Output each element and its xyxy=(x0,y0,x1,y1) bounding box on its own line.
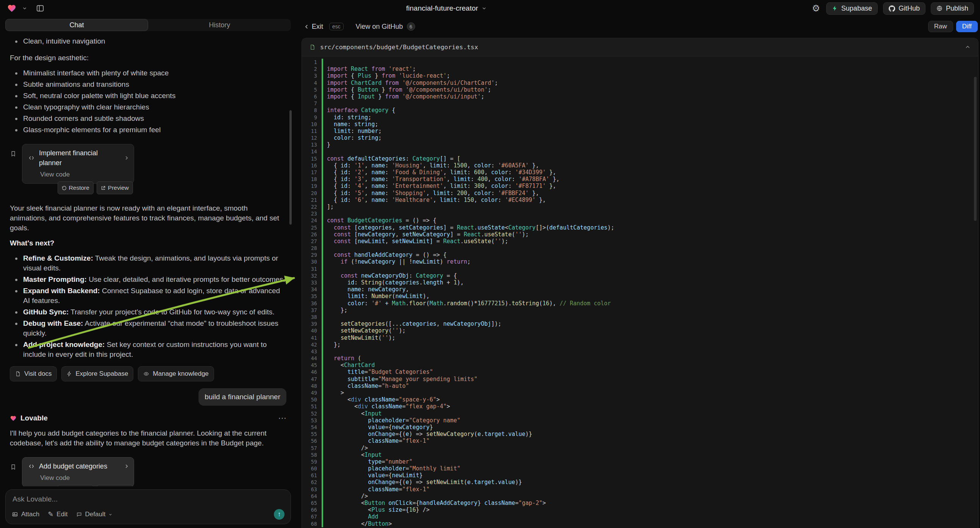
code-line: 61 value={newLimit} xyxy=(302,472,978,479)
list-item: Rounded corners and subtle shadows xyxy=(22,114,286,124)
code-line: 33 id: String(categories.length + 1), xyxy=(302,279,978,286)
chat-scrollbar[interactable] xyxy=(290,110,292,224)
attach-button[interactable]: Attach xyxy=(12,511,40,518)
panel-toggle-icon[interactable] xyxy=(35,3,45,13)
code-line: 30 if (!newCategory || !newLimit) return… xyxy=(302,258,978,265)
code-line: 16 { id: '1', name: 'Housing', limit: 15… xyxy=(302,162,978,169)
supabase-button[interactable]: Supabase xyxy=(826,2,878,15)
document-icon xyxy=(15,371,21,377)
preview-button[interactable]: Preview xyxy=(97,485,133,486)
code-line: 6import { Input } from '@/components/ui/… xyxy=(302,93,978,100)
visit-docs-button[interactable]: Visit docs xyxy=(10,366,57,382)
code-line: 55 onChange={(e) => setNewCategory(e.tar… xyxy=(302,431,978,437)
code-line: 53 placeholder="Category name" xyxy=(302,417,978,424)
chat-input[interactable] xyxy=(12,495,285,504)
code-line: 47 subtitle="Manage your spending limits… xyxy=(302,376,978,383)
code-line: 12 color: string; xyxy=(302,134,978,141)
exit-button[interactable]: Exit xyxy=(302,22,325,31)
github-count-badge: 6 xyxy=(407,22,415,31)
code-line: 34 name: newCategory, xyxy=(302,286,978,293)
external-link-icon xyxy=(101,186,106,191)
code-line: 2import React from 'react'; xyxy=(302,65,978,72)
code-line: 7 xyxy=(302,100,978,107)
code-line: 42 }; xyxy=(302,341,978,348)
code-line: 20 { id: '5', name: 'Shopping', limit: 2… xyxy=(302,190,978,197)
diff-button[interactable]: Diff xyxy=(956,21,978,32)
lovable-logo-heart-icon[interactable] xyxy=(6,3,18,14)
edit-card-add-budget-categories[interactable]: Add budget categories View code Restore … xyxy=(22,457,134,486)
code-line: 29 const handleAddCategory = () => { xyxy=(302,251,978,258)
next-steps-list: Refine & Customize: Tweak the design, an… xyxy=(10,253,286,359)
bot-name: Lovable xyxy=(21,413,48,423)
esc-key-badge: esc xyxy=(329,23,344,30)
chevron-right-icon xyxy=(124,464,129,469)
restore-button[interactable]: Restore xyxy=(57,181,94,194)
list-item: Minimalist interface with plenty of whit… xyxy=(22,68,286,78)
view-code-link[interactable]: View code xyxy=(40,170,70,180)
code-line: 32 const newCategoryObj: Category = { xyxy=(302,272,978,279)
list-item: Subtle animations and transitions xyxy=(22,80,286,89)
code-line: 57 /> xyxy=(302,445,978,452)
ready-paragraph: Your sleek financial planner is now read… xyxy=(10,204,286,233)
more-options-icon[interactable]: ⋯ xyxy=(278,414,286,422)
raw-button[interactable]: Raw xyxy=(928,21,953,32)
edit-button[interactable]: ✎ Edit xyxy=(48,511,67,518)
code-line: 52 <Input xyxy=(302,410,978,417)
code-icon xyxy=(28,463,35,469)
code-line: 46 title="Budget Categories" xyxy=(302,369,978,375)
bookmark-icon[interactable] xyxy=(10,463,17,471)
code-line: 59 type="number" xyxy=(302,458,978,465)
tab-history[interactable]: History xyxy=(148,19,291,31)
bot-header: Lovable ⋯ xyxy=(10,413,286,423)
title-chevron-down-icon xyxy=(482,6,487,11)
design-intro-text: For the design aesthetic: xyxy=(10,53,286,63)
reply-intro: I'll help you add budget categories to t… xyxy=(10,428,286,448)
restore-icon xyxy=(62,186,67,191)
code-line: 63 className="flex-1" xyxy=(302,486,978,493)
tab-chat[interactable]: Chat xyxy=(5,19,148,31)
chevron-down-icon xyxy=(108,512,113,517)
project-title-dropdown[interactable]: financial-future-creator xyxy=(406,0,487,17)
code-line: 35 limit: Number(newLimit), xyxy=(302,293,978,300)
list-item: Expand with Backend: Connect Supabase to… xyxy=(22,286,286,306)
card-actions: Restore Preview xyxy=(57,485,133,486)
edit-card-row: Add budget categories View code Restore … xyxy=(10,457,286,486)
code-scrollbar[interactable] xyxy=(974,77,977,221)
chat-history-tabs: Chat History xyxy=(5,19,291,31)
code-line: 60 placeholder="Monthly limit" xyxy=(302,465,978,472)
code-line: 39 setCategories([...categories, newCate… xyxy=(302,320,978,327)
code-line: 50 <div className="space-y-6"> xyxy=(302,396,978,403)
eye-icon xyxy=(143,371,149,377)
code-line: 22]; xyxy=(302,204,978,210)
code-icon xyxy=(28,155,35,161)
file-header[interactable]: src/components/budget/BudgetCategories.t… xyxy=(302,38,978,56)
chevron-right-icon xyxy=(124,155,129,161)
list-item: GitHub Sync: Transfer your project's cod… xyxy=(22,307,286,317)
code-line: 54 value={newCategory} xyxy=(302,424,978,431)
code-line: 38 xyxy=(302,313,978,320)
code-line: 31 xyxy=(302,266,978,272)
chat-input-dock: Attach ✎ Edit Default ↑ xyxy=(5,489,291,524)
github-button[interactable]: GitHub xyxy=(883,2,926,15)
preview-button[interactable]: Preview xyxy=(97,181,133,194)
explore-supabase-button[interactable]: Explore Supabase xyxy=(61,366,134,382)
publish-button[interactable]: Publish xyxy=(931,2,974,15)
code-line: 21 { id: '6', name: 'Healthcare', limit:… xyxy=(302,197,978,204)
settings-gear-icon[interactable]: ⚙ xyxy=(811,3,821,14)
github-icon xyxy=(889,5,895,12)
edit-card-implement-financial-planner[interactable]: Implement financial planner View code Re… xyxy=(22,144,134,184)
code-lines: 12import React from 'react';3import { Pl… xyxy=(302,59,978,527)
bookmark-icon[interactable] xyxy=(10,150,17,157)
code-line: 37 }; xyxy=(302,307,978,313)
view-on-github-button[interactable]: View on GitHub 6 xyxy=(356,22,415,31)
send-button[interactable]: ↑ xyxy=(274,509,285,520)
mode-select[interactable]: Default xyxy=(76,511,113,518)
collapse-chevron-up-icon[interactable] xyxy=(965,44,970,50)
logo-chevron-down-icon[interactable] xyxy=(21,5,28,12)
code-line: 45 <ChartCard xyxy=(302,362,978,369)
manage-knowledge-button[interactable]: Manage knowledge xyxy=(138,366,214,382)
restore-button[interactable]: Restore xyxy=(57,485,94,486)
code-line: 49 > xyxy=(302,390,978,396)
code-line: 28 xyxy=(302,245,978,251)
view-code-link[interactable]: View code xyxy=(40,473,70,483)
